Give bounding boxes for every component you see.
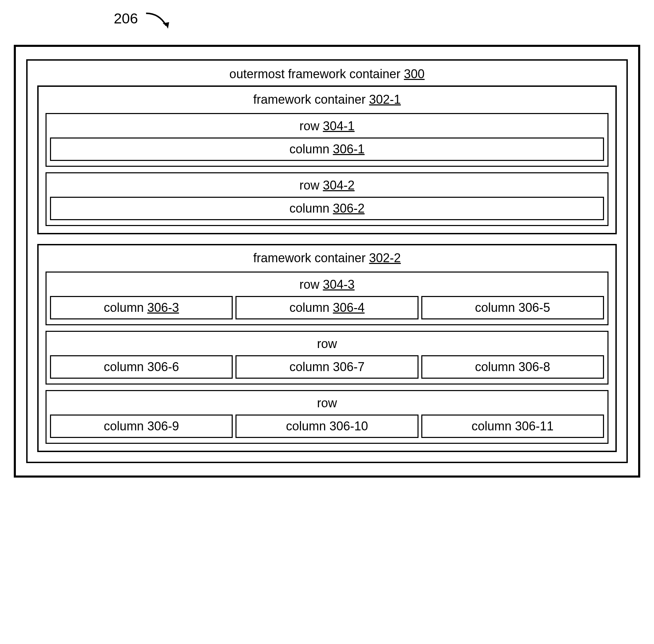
outermost-label: outermost framework container 300	[37, 64, 617, 85]
column-label-text: column	[289, 300, 333, 315]
row-label: row 304-2	[50, 175, 604, 197]
column-label-text: column	[289, 142, 333, 156]
row-label-text: row	[299, 277, 323, 292]
column-label-text: column 306-11	[472, 419, 554, 433]
outermost-framework-container: outermost framework container 300 framew…	[26, 59, 628, 463]
column-306-4: column 306-4	[235, 296, 418, 319]
row-304-1: row 304-1 column 306-1	[46, 113, 608, 167]
framework-container-2: framework container 302-2 row 304-3 colu…	[37, 244, 617, 452]
row-generic: row column 306-6 column 306-7 column 306…	[46, 331, 608, 385]
framework-label-text: framework container	[253, 251, 369, 265]
row-304-3: row 304-3 column 306-3 column 306-4 colu…	[46, 272, 608, 325]
column-label-ref: 306-1	[333, 142, 364, 156]
column-306-9: column 306-9	[50, 415, 233, 438]
row-label-ref: 304-3	[323, 277, 354, 292]
diagram-canvas: outermost framework container 300 framew…	[14, 45, 640, 478]
row-304-2: row 304-2 column 306-2	[46, 172, 608, 226]
column-306-7: column 306-7	[235, 355, 418, 379]
framework-label: framework container 302-1	[46, 90, 608, 111]
column-label-text: column 306-5	[475, 300, 550, 315]
framework-label: framework container 302-2	[46, 248, 608, 269]
column-label-ref: 306-4	[333, 300, 364, 315]
row-label-ref: 304-1	[323, 119, 354, 133]
column-306-2: column 306-2	[50, 197, 604, 220]
row-label-ref: 304-2	[323, 178, 354, 192]
column-label-ref: 306-3	[147, 300, 179, 315]
callout-number: 206	[114, 10, 138, 27]
column-306-10: column 306-10	[235, 415, 418, 438]
row-label: row 304-3	[50, 275, 604, 296]
outermost-label-text: outermost framework container	[229, 67, 404, 81]
column-label-text: column 306-10	[286, 419, 368, 433]
column-306-3: column 306-3	[50, 296, 233, 319]
column-label-text: column 306-6	[104, 360, 179, 374]
row-label-text: row	[299, 119, 323, 133]
row-label: row 304-1	[50, 116, 604, 137]
outermost-label-ref: 300	[404, 67, 425, 81]
row-label: row	[50, 393, 604, 415]
column-label-text: column 306-9	[104, 419, 179, 433]
framework-label-text: framework container	[253, 92, 369, 106]
column-label-text: column	[289, 201, 333, 215]
framework-label-ref: 302-1	[369, 92, 401, 106]
row-label-text: row	[317, 337, 337, 351]
row-label-text: row	[317, 396, 337, 410]
row-label-text: row	[299, 178, 323, 192]
column-306-1: column 306-1	[50, 137, 604, 161]
column-label-text: column 306-8	[475, 360, 550, 374]
column-306-5: column 306-5	[421, 296, 604, 319]
svg-marker-0	[163, 22, 169, 29]
framework-label-ref: 302-2	[369, 251, 401, 265]
callout-arrow-icon	[141, 10, 175, 31]
column-label-text: column 306-7	[289, 360, 364, 374]
row-label: row	[50, 334, 604, 355]
row-generic: row column 306-9 column 306-10 column 30…	[46, 390, 608, 444]
column-306-11: column 306-11	[421, 415, 604, 438]
framework-container-1: framework container 302-1 row 304-1 colu…	[37, 85, 617, 234]
column-306-6: column 306-6	[50, 355, 233, 379]
figure-callout: 206	[114, 10, 175, 31]
column-306-8: column 306-8	[421, 355, 604, 379]
column-label-ref: 306-2	[333, 201, 364, 215]
column-label-text: column	[104, 300, 147, 315]
